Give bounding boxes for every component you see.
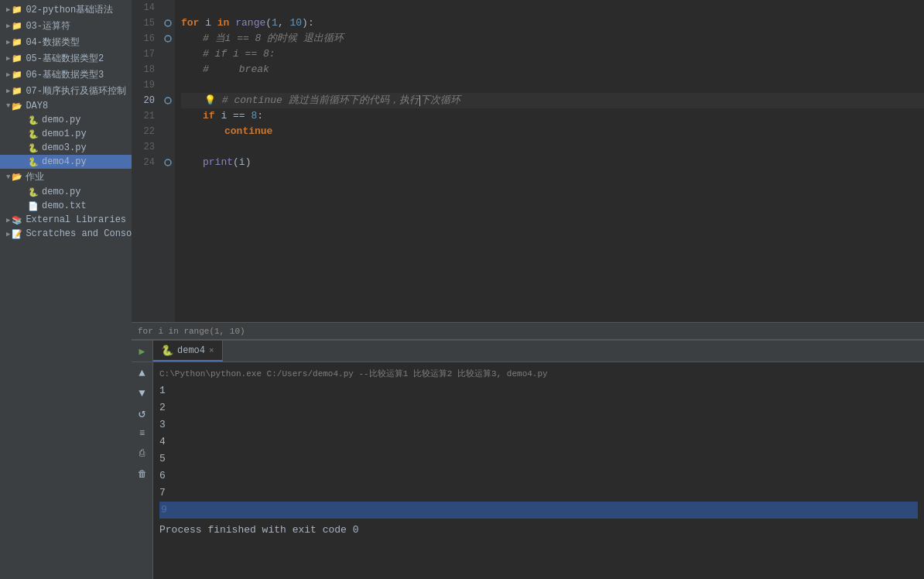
sidebar-label: 03-运算符 bbox=[26, 19, 70, 33]
sidebar-item-07flow[interactable]: ▶ 📁 07-顺序执行及循环控制 bbox=[0, 83, 132, 99]
svg-point-2 bbox=[165, 98, 171, 104]
sidebar-item-04datatype[interactable]: ▶ 📁 04-数据类型 bbox=[0, 34, 132, 50]
toolbar-up-button[interactable]: ▲ bbox=[135, 365, 150, 381]
sidebar-label: demo.py bbox=[42, 115, 80, 125]
code-line-18: # break bbox=[181, 62, 924, 77]
line-num: 20 bbox=[132, 93, 155, 108]
sidebar-item-03operator[interactable]: ▶ 📁 03-运算符 bbox=[0, 18, 132, 34]
toolbar-down-button[interactable]: ▼ bbox=[135, 385, 150, 401]
tab-close-button[interactable]: × bbox=[209, 346, 214, 355]
toolbar-delete-button[interactable]: 🗑 bbox=[135, 466, 150, 481]
sidebar-item-extlib[interactable]: ▶ 📚 External Libraries bbox=[0, 213, 132, 227]
console-output[interactable]: C:\Python\python.exe C:/Users/demo4.py -… bbox=[153, 362, 924, 579]
folder-icon: 📁 bbox=[12, 5, 22, 15]
breadcrumb-text: for i in range(1, 10) bbox=[138, 327, 245, 336]
console-tabs: ▶ 🐍 demo4 × bbox=[132, 341, 924, 362]
line-num: 17 bbox=[132, 46, 155, 62]
code-line-24: print(i) bbox=[181, 155, 924, 170]
folder-arrow-icon: ▶ bbox=[6, 216, 10, 224]
console-tab-demo4[interactable]: 🐍 demo4 × bbox=[153, 341, 223, 361]
sidebar-label: 05-基础数据类型2 bbox=[26, 52, 104, 65]
sidebar-label: 04-数据类型 bbox=[26, 36, 80, 49]
folder-arrow-icon: ▶ bbox=[6, 230, 10, 238]
code-line-15: for i in range(1, 10): bbox=[181, 15, 924, 31]
folder-arrow-icon: ▶ bbox=[6, 54, 10, 63]
main-area: ▶ 📁 02-python基础语法 ▶ 📁 03-运算符 ▶ 📁 04-数据类型… bbox=[0, 0, 924, 579]
folder-open-icon: 📂 bbox=[12, 172, 22, 182]
line-num: 14 bbox=[132, 0, 155, 15]
line-numbers: 14 15 16 17 18 19 20 21 22 23 24 bbox=[132, 0, 161, 322]
folder-arrow-icon: ▶ bbox=[6, 22, 10, 30]
sidebar-item-demo3py[interactable]: 🐍 demo3.py bbox=[0, 141, 132, 155]
code-line-20: 💡 # continue 跳过当前循环下的代码，执行下次循环 bbox=[181, 93, 924, 108]
output-number: 6 bbox=[159, 468, 918, 485]
tab-py-icon: 🐍 bbox=[161, 344, 173, 357]
sidebar-label: 作业 bbox=[26, 170, 44, 183]
code-line-21: if i == 8: bbox=[181, 108, 924, 124]
folder-arrow-icon: ▼ bbox=[6, 173, 10, 181]
scratch-icon: 📝 bbox=[12, 229, 22, 239]
toolbar-rerun-button[interactable]: ↺ bbox=[135, 406, 150, 421]
console-body: ▲ ▼ ↺ ≡ ⎙ 🗑 C:\Python\python.exe C:/User… bbox=[132, 362, 924, 579]
code-line-22: continue bbox=[181, 124, 924, 139]
sidebar-item-day8[interactable]: ▼ 📂 DAY8 bbox=[0, 99, 132, 113]
sidebar-item-05basic[interactable]: ▶ 📁 05-基础数据类型2 bbox=[0, 50, 132, 67]
sidebar-label: demo3.py bbox=[42, 142, 87, 153]
ext-lib-icon: 📚 bbox=[12, 215, 22, 225]
folder-arrow-icon: ▶ bbox=[6, 87, 10, 95]
line-num: 22 bbox=[132, 124, 155, 139]
highlighted-number: 9 bbox=[159, 502, 918, 519]
output-number: 3 bbox=[159, 416, 918, 433]
sidebar-item-06basic[interactable]: ▶ 📁 06-基础数据类型3 bbox=[0, 67, 132, 83]
sidebar-item-scratches[interactable]: ▶ 📝 Scratches and Consoles bbox=[0, 227, 132, 241]
py-file-icon: 🐍 bbox=[28, 115, 39, 125]
output-number: 1 bbox=[159, 382, 918, 399]
sidebar-item-hw-demopy[interactable]: 🐍 demo.py bbox=[0, 185, 132, 199]
line-num: 15 bbox=[132, 15, 155, 31]
run-icon: ▶ bbox=[139, 345, 145, 358]
svg-point-0 bbox=[165, 20, 171, 26]
sidebar-label: External Libraries bbox=[26, 214, 126, 225]
line-num: 19 bbox=[132, 77, 155, 93]
sidebar-label: DAY8 bbox=[26, 101, 48, 111]
sidebar-label: 07-顺序执行及循环控制 bbox=[26, 84, 126, 98]
toolbar-list-button[interactable]: ≡ bbox=[135, 426, 150, 441]
gutter-marker-20 bbox=[161, 93, 175, 108]
sidebar-item-demo1py[interactable]: 🐍 demo1.py bbox=[0, 127, 132, 141]
sidebar-item-02python[interactable]: ▶ 📁 02-python基础语法 bbox=[0, 2, 132, 18]
folder-icon: 📁 bbox=[12, 53, 22, 63]
sidebar-label: demo.txt bbox=[42, 200, 87, 211]
console-highlighted-num: 9 bbox=[159, 502, 918, 519]
gutter bbox=[161, 0, 175, 322]
line-num: 18 bbox=[132, 62, 155, 77]
py-file-icon: 🐍 bbox=[28, 187, 39, 197]
folder-open-icon: 📂 bbox=[12, 101, 22, 111]
sidebar-label: Scratches and Consoles bbox=[26, 228, 132, 239]
output-number: 5 bbox=[159, 451, 918, 468]
line-num: 23 bbox=[132, 139, 155, 155]
sidebar-item-demo4py[interactable]: 🐍 demo4.py bbox=[0, 155, 132, 169]
sidebar-item-homework[interactable]: ▼ 📂 作业 bbox=[0, 169, 132, 185]
folder-arrow-icon: ▶ bbox=[6, 5, 10, 14]
py-file-icon: 🐍 bbox=[28, 143, 39, 153]
console-cmd-line: C:\Python\python.exe C:/Users/demo4.py -… bbox=[159, 365, 918, 382]
code-line-16: # 当i == 8 的时候 退出循环 bbox=[181, 31, 924, 46]
py-file-icon: 🐍 bbox=[28, 157, 39, 167]
toolbar-print-button[interactable]: ⎙ bbox=[135, 446, 150, 461]
code-line-17: # if i == 8: bbox=[181, 46, 924, 62]
tab-label: demo4 bbox=[177, 345, 205, 356]
folder-arrow-icon: ▼ bbox=[6, 102, 10, 110]
sidebar-label: demo4.py bbox=[42, 156, 87, 167]
sidebar-label: demo.py bbox=[42, 187, 80, 197]
sidebar: ▶ 📁 02-python基础语法 ▶ 📁 03-运算符 ▶ 📁 04-数据类型… bbox=[0, 0, 132, 579]
sidebar-item-demotxt[interactable]: 📄 demo.txt bbox=[0, 199, 132, 213]
code-content[interactable]: for i in range(1, 10): # 当i == 8 的时候 退出循… bbox=[175, 0, 924, 322]
console-panel: ▶ 🐍 demo4 × ▲ ▼ ↺ ≡ ⎙ 🗑 bbox=[132, 339, 924, 579]
sidebar-item-demopy[interactable]: 🐍 demo.py bbox=[0, 113, 132, 127]
sidebar-label: demo1.py bbox=[42, 128, 87, 139]
console-toolbar: ▲ ▼ ↺ ≡ ⎙ 🗑 bbox=[132, 362, 153, 579]
py-file-icon: 🐍 bbox=[28, 129, 39, 139]
sidebar-label: 02-python基础语法 bbox=[26, 3, 113, 16]
run-icon-area: ▶ bbox=[132, 341, 153, 361]
code-view[interactable]: 14 15 16 17 18 19 20 21 22 23 24 bbox=[132, 0, 924, 322]
